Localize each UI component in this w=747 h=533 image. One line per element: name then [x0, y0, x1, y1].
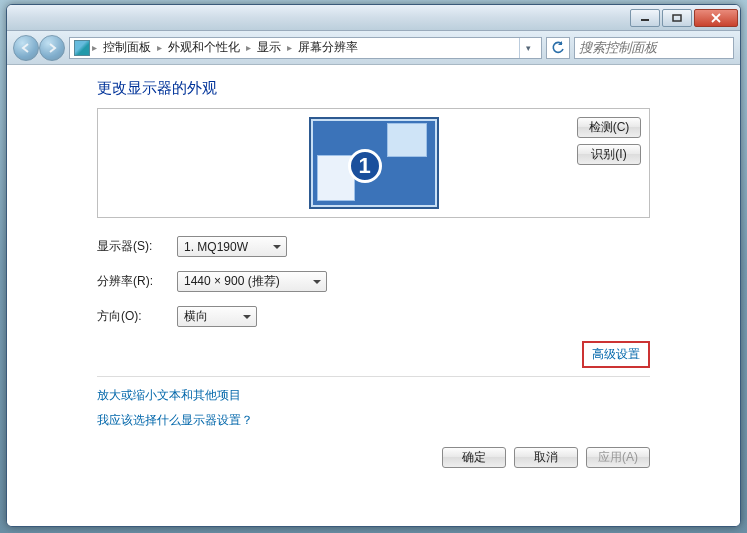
maximize-button[interactable] — [662, 9, 692, 27]
cancel-button[interactable]: 取消 — [514, 447, 578, 468]
orientation-label: 方向(O): — [97, 308, 177, 325]
breadcrumb[interactable]: 外观和个性化 — [164, 39, 244, 56]
search-input[interactable] — [574, 37, 734, 59]
text-size-link[interactable]: 放大或缩小文本和其他项目 — [97, 387, 650, 404]
breadcrumb[interactable]: 控制面板 — [99, 39, 155, 56]
window: ▸ 控制面板 ▸ 外观和个性化 ▸ 显示 ▸ 屏幕分辨率 ▾ 更改显示器的外观 … — [6, 4, 741, 527]
breadcrumb[interactable]: 屏幕分辨率 — [294, 39, 362, 56]
monitor-arrangement[interactable]: 1 检测(C) 识别(I) — [97, 108, 650, 218]
chevron-right-icon: ▸ — [157, 42, 162, 53]
page-title: 更改显示器的外观 — [97, 79, 650, 98]
display-select[interactable]: 1. MQ190W — [177, 236, 287, 257]
control-panel-icon — [74, 40, 90, 56]
refresh-button[interactable] — [546, 37, 570, 59]
window-thumb-icon — [387, 123, 427, 157]
orientation-value: 横向 — [184, 308, 208, 325]
ok-button[interactable]: 确定 — [442, 447, 506, 468]
minimize-button[interactable] — [630, 9, 660, 27]
chevron-right-icon: ▸ — [92, 42, 97, 53]
address-dropdown[interactable]: ▾ — [519, 38, 537, 58]
close-button[interactable] — [694, 9, 738, 27]
svg-rect-1 — [673, 15, 681, 21]
advanced-settings-link[interactable]: 高级设置 — [582, 341, 650, 368]
titlebar — [7, 5, 740, 31]
resolution-select[interactable]: 1440 × 900 (推荐) — [177, 271, 327, 292]
chevron-right-icon: ▸ — [287, 42, 292, 53]
divider — [97, 376, 650, 377]
navigation-bar: ▸ 控制面板 ▸ 外观和个性化 ▸ 显示 ▸ 屏幕分辨率 ▾ — [7, 31, 740, 65]
which-display-link[interactable]: 我应该选择什么显示器设置？ — [97, 412, 650, 429]
identify-button[interactable]: 识别(I) — [577, 144, 641, 165]
address-bar[interactable]: ▸ 控制面板 ▸ 外观和个性化 ▸ 显示 ▸ 屏幕分辨率 ▾ — [69, 37, 542, 59]
display-label: 显示器(S): — [97, 238, 177, 255]
breadcrumb[interactable]: 显示 — [253, 39, 285, 56]
forward-button[interactable] — [39, 35, 65, 61]
resolution-value: 1440 × 900 (推荐) — [184, 273, 280, 290]
back-button[interactable] — [13, 35, 39, 61]
chevron-right-icon: ▸ — [246, 42, 251, 53]
orientation-select[interactable]: 横向 — [177, 306, 257, 327]
resolution-label: 分辨率(R): — [97, 273, 177, 290]
monitor-preview[interactable]: 1 — [309, 117, 439, 209]
monitor-number: 1 — [348, 149, 382, 183]
content: 更改显示器的外观 1 检测(C) 识别(I) 显示器(S): 1. MQ190W… — [7, 65, 740, 526]
display-value: 1. MQ190W — [184, 240, 248, 254]
dialog-footer: 确定 取消 应用(A) — [97, 437, 650, 472]
detect-button[interactable]: 检测(C) — [577, 117, 641, 138]
apply-button[interactable]: 应用(A) — [586, 447, 650, 468]
